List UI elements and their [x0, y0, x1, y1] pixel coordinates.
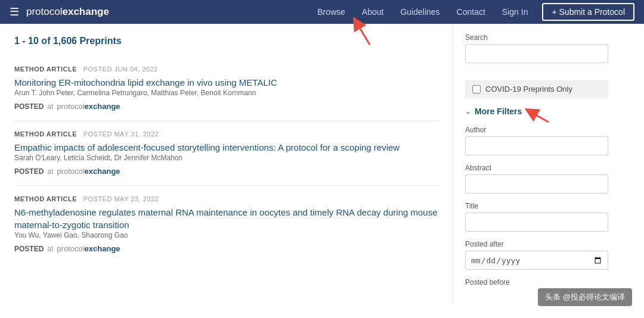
submit-protocol-button[interactable]: + Submit a Protocol [542, 3, 634, 21]
navbar-left: ☰ protocol exchange [10, 5, 109, 18]
posted-label: POSTED [14, 102, 44, 111]
search-input[interactable] [465, 44, 608, 63]
posted-row: POSTED at protocolexchange [14, 102, 438, 111]
article-meta: METHOD ARTICLE posted May 31, 2022 [14, 130, 438, 138]
title-filter-group: Title [465, 202, 608, 232]
posted-label: POSTED [14, 245, 44, 253]
article-item: METHOD ARTICLE posted May 31, 2022 Empat… [14, 121, 438, 186]
article-meta: METHOD ARTICLE posted May 23, 2022 [14, 195, 438, 202]
posted-before-group: Posted before [465, 278, 608, 286]
article-type: METHOD ARTICLE [14, 130, 77, 138]
posted-row: POSTED at protocolexchange [14, 244, 438, 253]
main-container: 1 - 10 of 1,606 Preprints METHOD ARTICLE… [0, 24, 644, 304]
title-label: Title [465, 202, 608, 210]
at-word: at [47, 245, 53, 253]
brand-logo[interactable]: protocol exchange [26, 6, 109, 18]
article-item: METHOD ARTICLE posted May 23, 2022 N6-me… [14, 186, 438, 263]
abstract-filter-group: Abstract [465, 164, 608, 194]
posted-before-label: Posted before [465, 278, 608, 286]
author-input[interactable] [465, 136, 608, 155]
nav-guidelines[interactable]: Guidelines [393, 4, 447, 20]
author-filter-group: Author [465, 126, 608, 155]
brand-exchange: exchange [62, 6, 109, 18]
article-date: posted Jun 04, 2022 [83, 66, 158, 73]
results-count: 1 - 10 of 1,606 Preprints [14, 36, 438, 46]
nav-about[interactable]: About [355, 4, 391, 20]
posted-after-label: Posted after [465, 240, 608, 248]
author-label: Author [465, 126, 608, 134]
brand-protocol: protocol [26, 6, 62, 18]
nav-browse[interactable]: Browse [310, 4, 352, 20]
hamburger-icon[interactable]: ☰ [10, 5, 19, 18]
nav-contact[interactable]: Contact [450, 4, 493, 20]
more-filters-label: More Filters [475, 107, 522, 116]
search-label: Search [465, 33, 608, 42]
abstract-input[interactable] [465, 174, 608, 194]
navbar-right: Browse About Guidelines Contact Sign In … [310, 3, 634, 21]
covid-filter-label[interactable]: COVID-19 Preprints Only [485, 85, 572, 93]
article-authors: You Wu, Yawei Gao, Shaorong Gao [14, 231, 438, 239]
article-type: METHOD ARTICLE [14, 195, 77, 202]
navbar: ☰ protocol exchange Browse About Guideli… [0, 0, 644, 24]
covid-checkbox[interactable] [472, 85, 481, 93]
chevron-down-icon: ⌄ [465, 107, 471, 116]
posted-row: POSTED at protocolexchange [14, 167, 438, 176]
article-authors: Sarah O'Leary, Leticia Scheidt, Dr Jenni… [14, 154, 438, 162]
title-input[interactable] [465, 213, 608, 232]
article-type: METHOD ARTICLE [14, 66, 77, 73]
posted-after-input[interactable] [465, 251, 608, 270]
article-title[interactable]: N6-methyladenosine regulates maternal RN… [14, 207, 438, 230]
at-word: at [47, 102, 53, 111]
left-panel: 1 - 10 of 1,606 Preprints METHOD ARTICLE… [0, 24, 453, 304]
article-title[interactable]: Empathic impacts of adolescent-focused s… [14, 142, 400, 152]
posted-label: POSTED [14, 167, 44, 176]
article-meta: METHOD ARTICLE posted Jun 04, 2022 [14, 66, 438, 73]
article-title[interactable]: Monitoring ER-mitochondria lipid exchang… [14, 77, 277, 88]
article-item: METHOD ARTICLE posted Jun 04, 2022 Monit… [14, 56, 438, 121]
at-word: at [47, 167, 53, 176]
brand-small: protocolexchange [57, 244, 120, 253]
abstract-label: Abstract [465, 164, 608, 172]
article-date: posted May 23, 2022 [83, 195, 159, 202]
posted-after-group: Posted after [465, 240, 608, 270]
more-filters-toggle[interactable]: ⌄ More Filters [465, 107, 608, 116]
right-panel: Search COVID-19 Preprints Only ⌄ More Fi… [453, 24, 620, 304]
brand-small: protocolexchange [57, 167, 120, 176]
search-group: Search [465, 33, 608, 71]
covid-filter-row[interactable]: COVID-19 Preprints Only [465, 80, 608, 98]
brand-small: protocolexchange [57, 102, 120, 111]
nav-signin[interactable]: Sign In [495, 4, 535, 20]
article-date: posted May 31, 2022 [83, 130, 159, 138]
article-authors: Arun T. John Peter, Carmelina Petrungaro… [14, 89, 438, 97]
